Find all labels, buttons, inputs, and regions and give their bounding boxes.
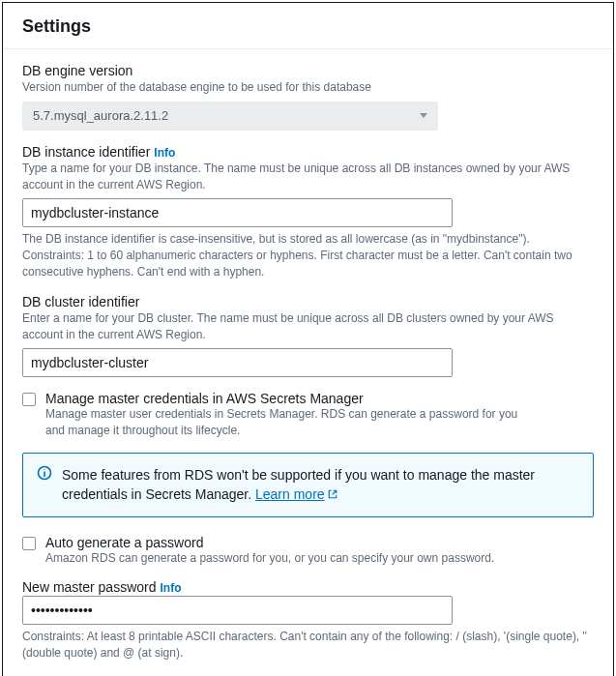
engine-version-value: 5.7.mysql_aurora.2.11.2 xyxy=(33,108,168,123)
panel-header: Settings xyxy=(3,3,613,49)
engine-version-select[interactable]: 5.7.mysql_aurora.2.11.2 xyxy=(22,102,438,131)
new-password-field: New master passwordInfo Constraints: At … xyxy=(22,579,594,661)
cluster-id-label: DB cluster identifier xyxy=(22,294,594,309)
instance-id-hint: Type a name for your DB instance. The na… xyxy=(22,161,594,193)
new-password-constraints: Constraints: At least 8 printable ASCII … xyxy=(22,629,594,661)
new-password-label: New master passwordInfo xyxy=(22,579,594,595)
instance-id-field: DB instance identifierInfo Type a name f… xyxy=(22,144,594,280)
svg-point-2 xyxy=(44,469,44,470)
secrets-manager-option: Manage master credentials in AWS Secrets… xyxy=(22,391,594,439)
instance-id-constraints: The DB instance identifier is case-insen… xyxy=(22,231,594,279)
autogen-password-checkbox[interactable] xyxy=(22,537,36,550)
engine-version-label: DB engine version xyxy=(22,63,594,78)
instance-id-input[interactable] xyxy=(22,198,453,227)
new-password-input[interactable] xyxy=(22,596,453,625)
info-alert-text: Some features from RDS won't be supporte… xyxy=(62,465,579,505)
secrets-manager-hint: Manage master user credentials in Secret… xyxy=(45,406,529,439)
learn-more-link[interactable]: Learn more xyxy=(255,486,338,502)
info-alert: Some features from RDS won't be supporte… xyxy=(22,453,594,517)
engine-version-field: DB engine version Version number of the … xyxy=(22,63,594,131)
external-link-icon xyxy=(327,488,338,500)
autogen-password-option: Auto generate a password Amazon RDS can … xyxy=(22,535,594,567)
secrets-manager-label: Manage master credentials in AWS Secrets… xyxy=(45,391,594,406)
instance-id-label: DB instance identifierInfo xyxy=(22,144,594,160)
panel-body: DB engine version Version number of the … xyxy=(3,49,613,676)
autogen-password-label: Auto generate a password xyxy=(45,535,594,550)
chevron-down-icon xyxy=(420,113,427,118)
instance-id-info-link[interactable]: Info xyxy=(154,146,175,160)
cluster-id-hint: Enter a name for your DB cluster. The na… xyxy=(22,310,594,343)
panel-title: Settings xyxy=(22,16,594,37)
settings-panel: Settings DB engine version Version numbe… xyxy=(2,2,614,676)
cluster-id-field: DB cluster identifier Enter a name for y… xyxy=(22,294,594,378)
info-icon xyxy=(37,465,52,481)
engine-version-hint: Version number of the database engine to… xyxy=(22,79,594,96)
new-password-info-link[interactable]: Info xyxy=(161,581,182,595)
secrets-manager-checkbox[interactable] xyxy=(22,393,36,406)
cluster-id-input[interactable] xyxy=(22,348,453,377)
autogen-password-hint: Amazon RDS can generate a password for y… xyxy=(45,550,529,567)
